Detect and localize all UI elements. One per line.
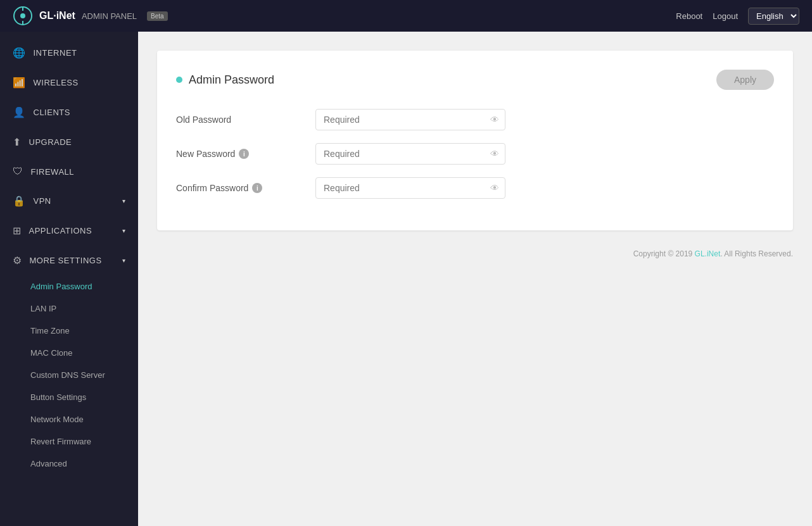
reboot-button[interactable]: Reboot [676, 11, 702, 21]
sidebar-item-applications[interactable]: ⊞ APPLICATIONS ▾ [0, 216, 138, 246]
submenu-item-mac-clone[interactable]: MAC Clone [0, 342, 138, 364]
footer-brand-link[interactable]: GL.iNet [695, 249, 721, 258]
submenu-item-admin-password[interactable]: Admin Password [0, 275, 138, 297]
submenu-item-network-mode[interactable]: Network Mode [0, 408, 138, 430]
more-settings-arrow-icon: ▾ [122, 257, 126, 264]
card-header: Admin Password Apply [176, 70, 774, 90]
new-password-row: New Password i 👁 [176, 143, 774, 165]
sidebar-item-applications-label: APPLICATIONS [29, 226, 92, 235]
sidebar-item-firewall-label: FIREWALL [31, 167, 75, 177]
old-password-row: Old Password 👁 [176, 109, 774, 130]
confirm-password-info-icon[interactable]: i [252, 183, 262, 193]
sidebar-item-vpn-label: VPN [34, 196, 51, 206]
old-password-input[interactable] [315, 109, 505, 130]
submenu-item-time-zone[interactable]: Time Zone [0, 320, 138, 342]
confirm-password-eye-icon[interactable]: 👁 [490, 183, 499, 193]
beta-badge: Beta [147, 11, 168, 21]
clients-icon: 👤 [13, 106, 26, 118]
sidebar-item-internet[interactable]: 🌐 INTERNET [0, 38, 138, 68]
admin-password-card: Admin Password Apply Old Password 👁 New … [157, 51, 793, 230]
status-dot [176, 77, 182, 83]
vpn-icon: 🔒 [13, 195, 26, 207]
sidebar-item-more-settings-label: MORE SETTINGS [30, 256, 102, 265]
applications-icon: ⊞ [13, 225, 22, 237]
sidebar: 🌐 INTERNET 📶 WIRELESS 👤 CLIENTS ⬆ UPGRAD… [0, 32, 138, 526]
language-select[interactable]: English 中文 [748, 8, 799, 25]
upgrade-icon: ⬆ [13, 136, 22, 148]
submenu-item-button-settings[interactable]: Button Settings [0, 386, 138, 408]
submenu-item-revert-firmware[interactable]: Revert Firmware [0, 430, 138, 453]
footer-copyright: Copyright © 2019 [633, 249, 695, 258]
confirm-password-wrapper: 👁 [315, 177, 505, 199]
logo-text: GL·iNet [39, 10, 75, 22]
footer-rights: . All Rights Reserved. [720, 249, 793, 258]
apply-button[interactable]: Apply [716, 70, 774, 90]
sidebar-item-internet-label: INTERNET [34, 48, 77, 58]
applications-arrow-icon: ▾ [122, 227, 126, 234]
header: GL·iNet ADMIN PANEL Beta Reboot Logout E… [0, 0, 812, 32]
sidebar-item-wireless[interactable]: 📶 WIRELESS [0, 68, 138, 97]
internet-icon: 🌐 [13, 47, 26, 59]
card-title: Admin Password [176, 73, 274, 87]
sidebar-item-more-settings[interactable]: ⚙ MORE SETTINGS ▾ [0, 246, 138, 275]
submenu-item-advanced[interactable]: Advanced [0, 453, 138, 475]
submenu-item-lan-ip[interactable]: LAN IP [0, 297, 138, 320]
admin-panel-label: ADMIN PANEL [82, 11, 137, 21]
logout-button[interactable]: Logout [713, 11, 738, 21]
confirm-password-row: Confirm Password i 👁 [176, 177, 774, 199]
sidebar-item-wireless-label: WIRELESS [34, 78, 79, 87]
footer: Copyright © 2019 GL.iNet. All Rights Res… [157, 249, 793, 258]
sidebar-item-firewall[interactable]: 🛡 FIREWALL [0, 157, 138, 186]
new-password-label: New Password i [176, 149, 303, 159]
sidebar-item-clients[interactable]: 👤 CLIENTS [0, 97, 138, 127]
new-password-label-text: New Password [176, 149, 235, 159]
new-password-input[interactable] [315, 143, 505, 165]
old-password-label: Old Password [176, 115, 303, 125]
new-password-eye-icon[interactable]: 👁 [490, 149, 499, 159]
new-password-wrapper: 👁 [315, 143, 505, 165]
confirm-password-label-text: Confirm Password [176, 183, 248, 193]
sidebar-item-vpn[interactable]: 🔒 VPN ▾ [0, 186, 138, 216]
layout: 🌐 INTERNET 📶 WIRELESS 👤 CLIENTS ⬆ UPGRAD… [0, 32, 812, 526]
sidebar-item-clients-label: CLIENTS [34, 108, 70, 117]
firewall-icon: 🛡 [13, 166, 23, 177]
old-password-wrapper: 👁 [315, 109, 505, 130]
confirm-password-label: Confirm Password i [176, 183, 303, 193]
wireless-icon: 📶 [13, 77, 26, 89]
sidebar-item-upgrade[interactable]: ⬆ UPGRADE [0, 127, 138, 157]
sidebar-item-upgrade-label: UPGRADE [29, 137, 72, 147]
vpn-arrow-icon: ▾ [122, 197, 126, 204]
gl-inet-logo [13, 6, 33, 26]
main-content: Admin Password Apply Old Password 👁 New … [138, 32, 812, 526]
submenu-item-custom-dns[interactable]: Custom DNS Server [0, 364, 138, 386]
card-title-text: Admin Password [189, 73, 274, 87]
header-left: GL·iNet ADMIN PANEL Beta [13, 6, 168, 26]
header-right: Reboot Logout English 中文 [676, 8, 799, 25]
new-password-info-icon[interactable]: i [239, 149, 249, 159]
more-settings-icon: ⚙ [13, 254, 22, 266]
confirm-password-input[interactable] [315, 177, 505, 199]
old-password-eye-icon[interactable]: 👁 [490, 115, 499, 125]
svg-point-1 [20, 13, 25, 18]
